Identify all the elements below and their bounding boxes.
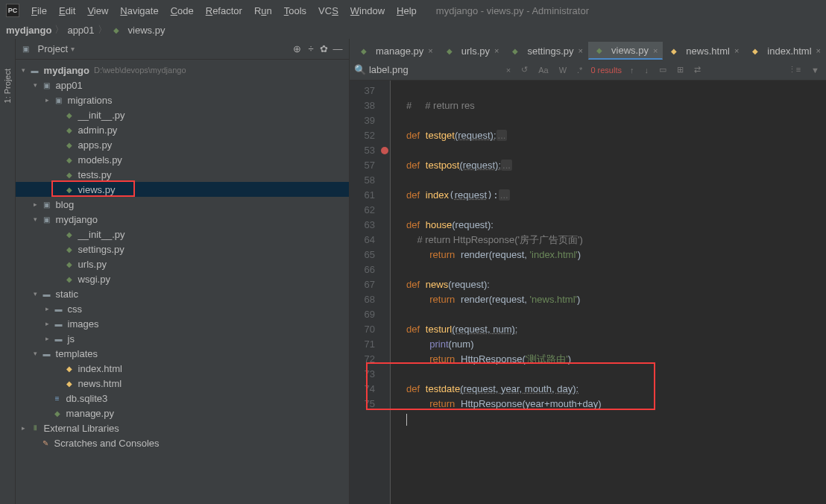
close-icon[interactable]: ×: [494, 46, 499, 55]
tab-urls[interactable]: ◆urls.py×: [438, 42, 505, 60]
chevron-down-icon[interactable]: ▾: [31, 350, 41, 357]
tree-file[interactable]: urls.py: [78, 259, 107, 270]
tree-file[interactable]: news.html: [78, 378, 122, 389]
menu-vcs[interactable]: VCS: [314, 4, 343, 18]
menu-edit[interactable]: Edit: [54, 4, 80, 18]
tree-file[interactable]: tests.py: [78, 169, 112, 180]
tree-file[interactable]: admin.py: [78, 125, 118, 136]
tree-file[interactable]: apps.py: [78, 139, 113, 151]
tree-blog[interactable]: blog: [56, 199, 75, 210]
menu-refactor[interactable]: Refactor: [201, 4, 247, 18]
select-all-icon[interactable]: ▭: [657, 65, 669, 75]
app-logo-icon: PC: [6, 4, 19, 17]
breadcrumb-folder[interactable]: app01: [67, 25, 94, 36]
breakpoint-icon[interactable]: [381, 147, 388, 154]
tree-migrations[interactable]: migrations: [68, 95, 113, 106]
python-file-icon: ◆: [63, 183, 75, 195]
menu-code[interactable]: Code: [166, 4, 198, 18]
tab-news[interactable]: ◆news.html×: [663, 42, 744, 60]
regex-icon[interactable]: .*: [575, 66, 584, 75]
close-icon[interactable]: ×: [504, 66, 513, 75]
menu-tools[interactable]: Tools: [280, 4, 311, 18]
tree-root[interactable]: mydjango: [44, 65, 89, 76]
breakpoint-gutter[interactable]: [379, 81, 390, 504]
chevron-right-icon[interactable]: ▸: [42, 320, 53, 327]
close-icon[interactable]: ×: [734, 46, 739, 55]
tree-file[interactable]: models.py: [78, 154, 122, 166]
hide-icon[interactable]: —: [331, 43, 344, 54]
close-icon[interactable]: ×: [816, 46, 821, 55]
chevron-down-icon[interactable]: ▾: [19, 66, 29, 74]
left-tool-rail: 1: Project: [0, 39, 16, 504]
menu-help[interactable]: Help: [392, 4, 421, 18]
tree-dir[interactable]: css: [68, 303, 83, 315]
next-icon[interactable]: ↓: [642, 66, 651, 75]
tab-views[interactable]: ◆views.py×: [588, 42, 663, 60]
tree-app01[interactable]: app01: [56, 80, 83, 91]
chevron-down-icon[interactable]: ▾: [31, 215, 41, 223]
collapse-icon[interactable]: ÷: [304, 43, 318, 54]
close-icon[interactable]: ×: [653, 46, 658, 55]
tree-file[interactable]: wsgi.py: [78, 274, 110, 285]
close-icon[interactable]: ×: [428, 46, 432, 55]
settings-icon[interactable]: ⋮≡: [786, 65, 803, 75]
close-icon[interactable]: ×: [578, 46, 583, 55]
titlebar: PC File Edit View Navigate Code Refactor…: [0, 0, 826, 21]
project-tree[interactable]: ▾▬mydjangoD:\web\devops\mydjango ▾▣app01…: [16, 60, 349, 504]
chevron-right-icon[interactable]: ▸: [31, 201, 41, 208]
whole-word-icon[interactable]: W: [557, 66, 569, 75]
tree-mydjango-pkg[interactable]: mydjango: [56, 214, 98, 225]
tree-dir[interactable]: images: [68, 318, 99, 330]
main-menu: File Edit View Navigate Code Refactor Ru…: [27, 4, 421, 18]
locate-icon[interactable]: ⊕: [291, 43, 304, 54]
tree-static[interactable]: static: [56, 289, 78, 300]
prev-icon[interactable]: ↑: [628, 66, 637, 75]
menu-navigate[interactable]: Navigate: [116, 4, 163, 18]
tree-templates[interactable]: templates: [56, 348, 98, 359]
menu-window[interactable]: Window: [346, 4, 389, 18]
menu-run[interactable]: Run: [250, 4, 277, 18]
find-bar: 🔍label.png × ↺ Aa W .* 0 results ↑ ↓ ▭ ⊞…: [350, 60, 826, 81]
menu-file[interactable]: File: [27, 4, 51, 18]
chevron-down-icon[interactable]: ▾: [31, 290, 41, 297]
chevron-down-icon[interactable]: ▾: [71, 45, 75, 53]
chevron-right-icon[interactable]: ▸: [42, 305, 53, 312]
tree-dir[interactable]: js: [68, 333, 75, 344]
tab-manage[interactable]: ◆manage.py×: [353, 42, 438, 60]
code-content[interactable]: # # return res def testget(request):... …: [400, 81, 826, 504]
tree-file[interactable]: index.html: [78, 363, 122, 374]
tree-ext-lib[interactable]: External Libraries: [44, 423, 119, 434]
tree-scratches[interactable]: Scratches and Consoles: [54, 438, 160, 449]
project-tool-button[interactable]: 1: Project: [3, 69, 12, 103]
breadcrumb-root[interactable]: mydjango: [6, 25, 51, 36]
code-editor[interactable]: 3738395253575861626364656667686970717273…: [350, 81, 826, 504]
match-case-icon[interactable]: Aa: [536, 66, 550, 75]
fold-gutter[interactable]: [390, 81, 400, 504]
history-icon[interactable]: ↺: [519, 65, 530, 75]
tree-file[interactable]: manage.py: [66, 408, 114, 419]
tree-file[interactable]: __init__.py: [78, 110, 125, 121]
sidebar-title[interactable]: Project: [38, 43, 68, 54]
chevron-right-icon[interactable]: ▸: [42, 335, 53, 342]
tree-file[interactable]: __init__.py: [78, 229, 125, 240]
breadcrumb-file[interactable]: views.py: [128, 25, 165, 36]
tree-file[interactable]: settings.py: [78, 244, 124, 255]
chevron-right-icon[interactable]: ▸: [19, 424, 29, 432]
breadcrumb: mydjango 〉 app01 〉 ◆ views.py: [0, 21, 826, 39]
chevron-right-icon[interactable]: ▸: [42, 96, 53, 104]
toggle-icon[interactable]: ⇄: [692, 65, 703, 75]
tree-file-views[interactable]: views.py: [78, 184, 116, 195]
menu-view[interactable]: View: [83, 4, 113, 18]
add-selection-icon[interactable]: ⊞: [675, 65, 686, 75]
tree-file[interactable]: db.sqlite3: [66, 393, 108, 404]
python-file-icon: ◆: [63, 139, 75, 151]
gear-icon[interactable]: ✿: [318, 43, 331, 54]
python-file-icon: ◆: [110, 24, 122, 36]
tree-root-path: D:\web\devops\mydjango: [94, 66, 186, 75]
python-file-icon: ◆: [63, 124, 75, 136]
tab-settings[interactable]: ◆settings.py×: [504, 42, 588, 60]
tab-index[interactable]: ◆index.html×: [744, 42, 826, 60]
filter-icon[interactable]: ▼: [809, 66, 822, 75]
chevron-down-icon[interactable]: ▾: [31, 81, 41, 89]
search-input[interactable]: label.png: [369, 64, 409, 75]
